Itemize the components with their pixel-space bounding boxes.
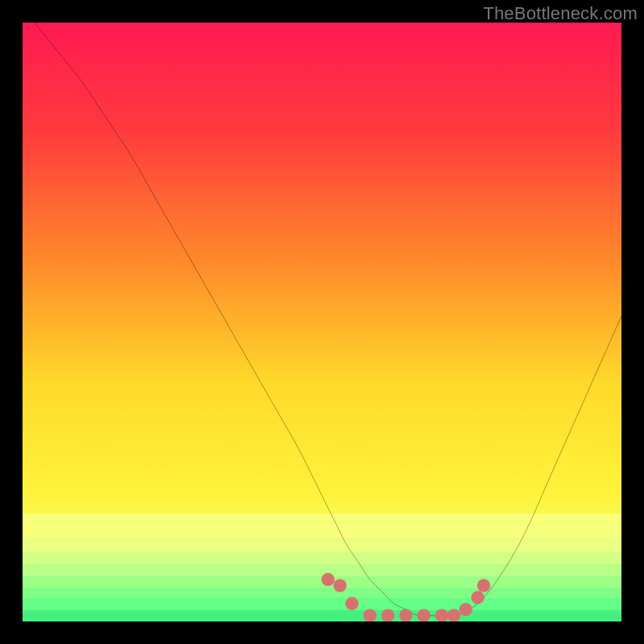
optimal-dot — [399, 609, 412, 621]
watermark-text: TheBottleneck.com — [483, 3, 638, 24]
optimal-dot — [436, 609, 448, 621]
optimal-dot — [471, 591, 484, 604]
optimal-dot — [417, 609, 430, 621]
optimal-dot — [363, 609, 376, 621]
bottleneck-curve — [23, 23, 621, 621]
optimal-dot — [459, 603, 472, 616]
optimal-dot — [345, 597, 358, 609]
plot-area — [23, 23, 621, 621]
optimal-dot — [333, 579, 346, 592]
chart-frame: TheBottleneck.com — [0, 0, 644, 644]
optimal-dot — [321, 573, 334, 586]
optimal-dot — [447, 609, 460, 621]
curve-path — [35, 23, 621, 617]
optimal-dot — [382, 609, 394, 621]
optimal-zone-dots — [321, 573, 490, 621]
optimal-dot — [477, 579, 490, 592]
